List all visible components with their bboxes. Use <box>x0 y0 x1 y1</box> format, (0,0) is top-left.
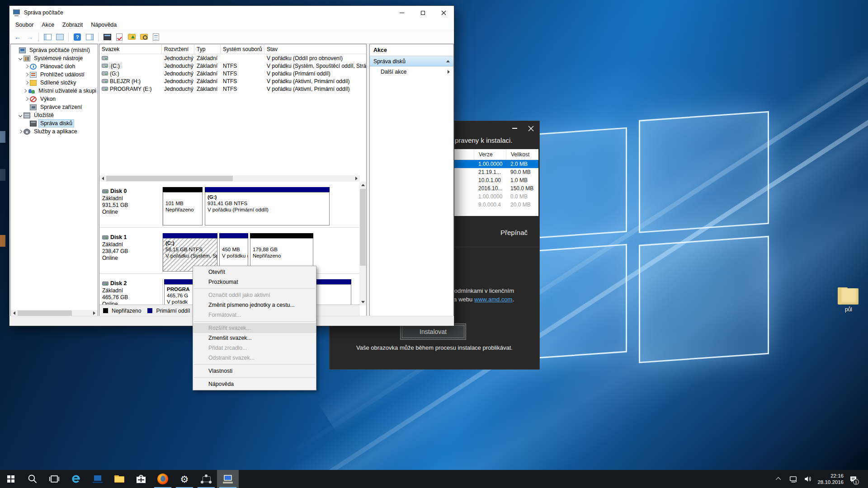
tree-item-local-users[interactable]: Místní uživatelé a skupi <box>11 87 98 95</box>
taskbar-clock[interactable]: 22:16 28.10.2016 <box>817 473 844 485</box>
menu-napoveda[interactable]: Nápověda <box>87 20 121 29</box>
col-svazek[interactable]: Svazek <box>99 44 162 54</box>
tree-item-event-viewer[interactable]: Prohlížeč událostí <box>11 70 98 79</box>
disk1-label[interactable]: Disk 1 Základní 238,47 GB Online <box>101 233 163 272</box>
task-view-button[interactable] <box>43 470 65 488</box>
desktop-icon-fragment[interactable] <box>0 235 5 247</box>
forward-button[interactable]: → <box>24 32 35 42</box>
edge-button[interactable] <box>65 470 87 488</box>
col-stav[interactable]: Stav <box>264 44 366 54</box>
title-bar[interactable]: Správa počítače <box>9 6 454 19</box>
check-disk-button[interactable] <box>114 32 125 42</box>
firefox-button[interactable] <box>152 470 174 488</box>
amd-radeon-button[interactable] <box>195 470 217 488</box>
properties-button[interactable] <box>151 32 161 42</box>
chevron-right-icon[interactable] <box>19 130 22 133</box>
scrollbar-thumb[interactable] <box>18 310 72 316</box>
file-explorer-button[interactable] <box>108 470 130 488</box>
folder-search-icon <box>140 34 148 40</box>
desktop-icon-fragment[interactable] <box>0 131 5 143</box>
network-tray-button[interactable] <box>788 470 798 488</box>
disk-management-icon <box>30 121 37 127</box>
store-button[interactable] <box>130 470 152 488</box>
disk0-label[interactable]: Disk 0 Základní 931,51 GB Online <box>101 187 163 226</box>
col-typ[interactable]: Typ <box>194 44 221 54</box>
help-button[interactable]: ? <box>72 32 83 42</box>
partition-unallocated[interactable]: 101 MB Nepřiřazeno <box>163 187 203 225</box>
start-button[interactable] <box>0 470 22 488</box>
chevron-right-icon[interactable] <box>25 65 28 68</box>
console-button[interactable] <box>102 32 113 42</box>
menu-akce[interactable]: Akce <box>38 20 58 29</box>
show-actions-button[interactable] <box>84 32 95 42</box>
close-button[interactable] <box>433 6 454 19</box>
chevron-right-icon[interactable] <box>25 73 28 76</box>
chevron-right-icon[interactable] <box>25 97 28 101</box>
amd-radeon-icon <box>201 474 212 483</box>
pc-app-button[interactable] <box>87 470 108 488</box>
volume-row[interactable]: BLEJZR (H:) JednoduchýZákladní NTFSV poř… <box>99 77 366 85</box>
tree-item-performance[interactable]: Výkon <box>11 95 98 103</box>
tree-item-storage[interactable]: Úložiště <box>11 111 98 119</box>
tree-item-disk-management[interactable]: Správa disků <box>11 119 98 127</box>
volume-horizontal-scrollbar[interactable] <box>99 175 360 182</box>
volume-row[interactable]: PROGRAMY (E:) JednoduchýZákladní NTFSV p… <box>99 85 366 93</box>
folder-up-button[interactable] <box>126 32 137 42</box>
back-button[interactable]: ← <box>12 32 23 42</box>
notification-badge: 1 <box>853 479 859 485</box>
volume-row[interactable]: (G:) JednoduchýZákladní NTFSV pořádku (P… <box>99 70 366 77</box>
search-button[interactable] <box>22 470 43 488</box>
actions-group-disk-management[interactable]: Správa disků <box>370 56 453 66</box>
collapse-icon[interactable] <box>446 60 450 62</box>
amd-website-link[interactable]: www.amd.com <box>474 296 513 303</box>
col-rozvrzeni[interactable]: Rozvržení <box>162 44 194 54</box>
menu-item-prozkoumat[interactable]: Prozkoumat <box>193 277 316 287</box>
folder-search-button[interactable] <box>138 32 149 42</box>
tree-item-system-tools[interactable]: Systémové nástroje <box>11 54 98 62</box>
scrollbar-thumb[interactable] <box>360 189 366 266</box>
actions-title: Akce <box>370 44 453 56</box>
chevron-right-icon[interactable] <box>23 89 27 93</box>
chevron-down-icon[interactable] <box>19 113 22 117</box>
list-view-button[interactable] <box>54 32 65 42</box>
chevron-right-icon[interactable] <box>25 81 28 84</box>
tray-overflow-button[interactable] <box>774 470 784 488</box>
col-system-souboru[interactable]: Systém souborů <box>221 44 264 54</box>
desktop-folder[interactable]: půl <box>833 287 864 313</box>
volume-icon <box>102 64 108 68</box>
disk2-label[interactable]: Disk 2 Základní 465,76 GB Online <box>101 279 163 305</box>
maximize-button[interactable] <box>412 6 433 19</box>
action-center-button[interactable]: 1 <box>848 470 858 488</box>
scrollbar-thumb[interactable] <box>106 176 233 181</box>
menu-item-otevrit[interactable]: Otevřít <box>193 267 316 277</box>
menu-item-napoveda[interactable]: Nápověda <box>193 379 316 389</box>
volume-row[interactable]: (C:) JednoduchýZákladní NTFSV pořádku (S… <box>99 62 366 70</box>
volume-row[interactable]: JednoduchýZákladní V pořádku (Oddíl pro … <box>99 54 366 62</box>
scroll-right-icon <box>355 177 358 180</box>
tree-item-device-manager[interactable]: Správce zařízení <box>11 103 98 111</box>
installer-minimize-button[interactable] <box>509 124 519 133</box>
menu-item-zmensit-svazek[interactable]: Zmenšit svazek... <box>193 333 316 343</box>
tree-item-shared-folders[interactable]: Sdílené složky <box>11 79 98 87</box>
menu-item-zmenit-pismeno[interactable]: Změnit písmeno jednotky a cestu... <box>193 300 316 310</box>
tree-horizontal-scrollbar[interactable] <box>11 310 98 316</box>
actions-more[interactable]: Další akce <box>370 66 453 77</box>
partition-g[interactable]: (G:) 931,41 GB NTFS V pořádku (Primární … <box>205 187 330 225</box>
menu-separator <box>194 288 315 289</box>
installer-close-icon[interactable] <box>526 124 536 133</box>
tree-item-services[interactable]: Služby a aplikace <box>11 127 98 136</box>
settings-button[interactable]: ⚙ <box>174 470 195 488</box>
volume-tray-button[interactable] <box>803 470 813 488</box>
computer-management-taskbar-button[interactable] <box>217 470 239 488</box>
disk-vertical-scrollbar[interactable] <box>359 182 366 305</box>
tree-item-root[interactable]: Správa počítače (místní) <box>11 46 98 54</box>
desktop-icon-fragment[interactable] <box>0 169 5 181</box>
menu-zobrazit[interactable]: Zobrazit <box>58 20 87 29</box>
show-tree-button[interactable] <box>42 32 53 42</box>
minimize-button[interactable] <box>392 6 412 19</box>
tree-item-task-scheduler[interactable]: Plánovač úloh <box>11 62 98 70</box>
menu-soubor[interactable]: Soubor <box>11 20 38 29</box>
local-users-icon <box>28 88 35 94</box>
chevron-down-icon[interactable] <box>19 56 22 60</box>
menu-item-vlastnosti[interactable]: Vlastnosti <box>193 366 316 376</box>
